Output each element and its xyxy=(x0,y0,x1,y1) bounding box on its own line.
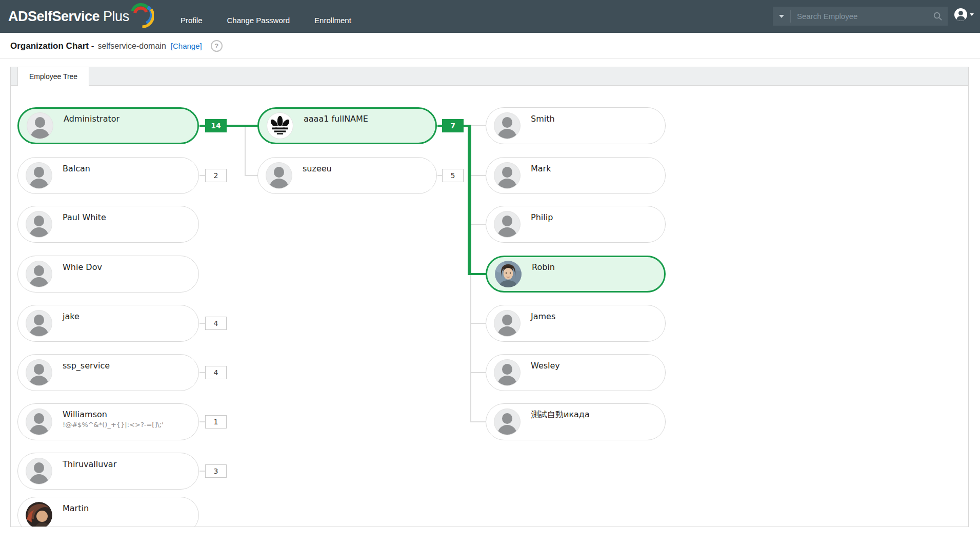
employee-card-paul-white[interactable]: Paul White xyxy=(17,206,199,243)
subordinate-count-badge[interactable]: 1 xyxy=(205,415,227,429)
person-avatar-icon xyxy=(26,458,52,484)
employee-subtitle: !@#$%^&*()_+{}|:<>?-=[]\;' xyxy=(63,421,164,429)
connector-line xyxy=(470,421,486,422)
employee-card-administrator[interactable]: Administrator xyxy=(17,107,199,144)
employee-name: James xyxy=(531,312,555,321)
connector-line xyxy=(470,274,471,422)
logo-swirl-icon xyxy=(126,0,154,29)
employee-name: Wesley xyxy=(531,361,560,371)
employee-card-ssp-service[interactable]: ssp_service xyxy=(17,354,199,391)
logo-text: ADSelfServicePlus xyxy=(8,9,129,25)
chevron-down-icon xyxy=(779,15,784,18)
person-avatar-icon xyxy=(26,261,52,287)
employee-tree-canvas: Administrator Balcan Paul White Whie Dov… xyxy=(11,86,968,527)
employee-name: Philip xyxy=(531,212,553,222)
employee-name: Paul White xyxy=(63,212,106,222)
search-input[interactable] xyxy=(791,12,927,21)
employee-card-aaaa1[interactable]: aaaa1 fullNAME xyxy=(257,107,437,144)
employee-card-mark[interactable]: Mark xyxy=(486,157,666,194)
app-logo[interactable]: ADSelfServicePlus xyxy=(8,0,154,33)
user-avatar-icon xyxy=(954,8,968,22)
employee-card-jake[interactable]: jake xyxy=(17,305,199,342)
employee-name: Thiruvalluvar xyxy=(63,459,116,469)
person-avatar-icon xyxy=(494,310,521,337)
person-avatar-icon xyxy=(266,162,292,189)
connector-line xyxy=(470,372,486,373)
tab-employee-tree[interactable]: Employee Tree xyxy=(17,67,89,86)
nav-change-password[interactable]: Change Password xyxy=(227,16,290,25)
employee-card-james[interactable]: James xyxy=(486,305,666,342)
selected-connector-line xyxy=(468,273,486,275)
employee-name: Martin xyxy=(63,503,89,513)
change-domain-link[interactable]: [Change] xyxy=(171,42,202,50)
employee-name: Robin xyxy=(532,262,555,272)
employee-name: Mark xyxy=(531,164,551,173)
subordinate-count-badge[interactable]: 14 xyxy=(205,119,227,132)
connector-line xyxy=(470,224,486,225)
tab-strip: Employee Tree xyxy=(11,67,968,86)
nav-enrollment[interactable]: Enrollment xyxy=(314,16,351,25)
employee-name: jake xyxy=(63,312,79,321)
page-title: Organization Chart - xyxy=(10,41,94,51)
person-avatar-icon xyxy=(27,112,53,139)
employee-card-thiruvalluvar[interactable]: Thiruvalluvar xyxy=(17,453,199,490)
person-avatar-icon xyxy=(26,162,52,189)
connector-line xyxy=(471,125,486,126)
trefoil-logo-avatar xyxy=(267,112,293,139)
employee-name: aaaa1 fullNAME xyxy=(304,114,368,124)
employee-name: Balcan xyxy=(63,164,90,173)
help-icon[interactable] xyxy=(211,40,223,52)
connector-line xyxy=(470,175,486,176)
employee-name: Smith xyxy=(531,114,555,124)
connector-line xyxy=(245,126,246,176)
search-icon xyxy=(933,11,943,21)
employee-card-suzeeu[interactable]: suzeeu xyxy=(257,157,437,194)
employee-card-philip[interactable]: Philip xyxy=(486,206,666,243)
photo-avatar xyxy=(26,502,52,527)
employee-card-williamson[interactable]: Williamson !@#$%^&*()_+{}|:<>?-=[]\;' xyxy=(17,403,199,440)
employee-card-wesley[interactable]: Wesley xyxy=(486,354,666,391)
subordinate-count-badge[interactable]: 2 xyxy=(205,169,227,182)
person-avatar-icon xyxy=(26,359,52,386)
photo-avatar xyxy=(495,261,522,287)
subordinate-count-badge[interactable]: 4 xyxy=(205,317,227,330)
employee-card-robin[interactable]: Robin xyxy=(486,256,666,293)
top-header: ADSelfServicePlus Profile Change Passwor… xyxy=(0,0,980,33)
person-avatar-icon xyxy=(26,211,52,238)
subordinate-count-badge[interactable]: 5 xyxy=(442,169,464,182)
selected-connector-line xyxy=(468,125,471,275)
person-avatar-icon xyxy=(494,162,521,189)
employee-name: suzeeu xyxy=(303,164,332,173)
chevron-down-icon xyxy=(970,13,974,16)
person-avatar-icon xyxy=(494,112,521,139)
person-avatar-icon xyxy=(494,211,521,238)
person-avatar-icon xyxy=(494,359,521,386)
employee-name: 測試自動икада xyxy=(531,410,590,420)
employee-card-whie-dov[interactable]: Whie Dov xyxy=(17,256,199,293)
search-button[interactable] xyxy=(927,11,948,21)
subordinate-count-badge[interactable]: 4 xyxy=(205,366,227,379)
main-nav: Profile Change Password Enrollment xyxy=(181,0,351,33)
page-title-bar: Organization Chart - selfservice-domain … xyxy=(10,40,223,52)
user-menu[interactable] xyxy=(954,8,974,22)
nav-profile[interactable]: Profile xyxy=(181,16,203,25)
connector-line xyxy=(245,175,258,176)
employee-card-smith[interactable]: Smith xyxy=(486,107,666,144)
employee-name: ssp_service xyxy=(63,361,110,371)
org-chart-panel: Employee Tree xyxy=(10,67,969,527)
employee-name: Whie Dov xyxy=(63,262,102,272)
subordinate-count-badge[interactable]: 3 xyxy=(205,464,227,478)
subordinate-count-badge[interactable]: 7 xyxy=(442,119,464,132)
search-scope-dropdown[interactable] xyxy=(773,15,790,18)
employee-name: Administrator xyxy=(64,114,119,124)
title-divider xyxy=(0,58,980,59)
domain-name: selfservice-domain xyxy=(97,42,166,51)
employee-search xyxy=(773,7,948,26)
employee-name: Williamson xyxy=(63,410,164,419)
employee-card-balcan[interactable]: Balcan xyxy=(17,157,199,194)
adselfservice-app: ADSelfServicePlus Profile Change Passwor… xyxy=(0,0,980,545)
person-avatar-icon xyxy=(26,408,52,435)
employee-card-cjk-user[interactable]: 測試自動икада xyxy=(486,403,666,440)
employee-card-martin[interactable]: Martin xyxy=(17,497,199,527)
person-avatar-icon xyxy=(26,310,52,337)
